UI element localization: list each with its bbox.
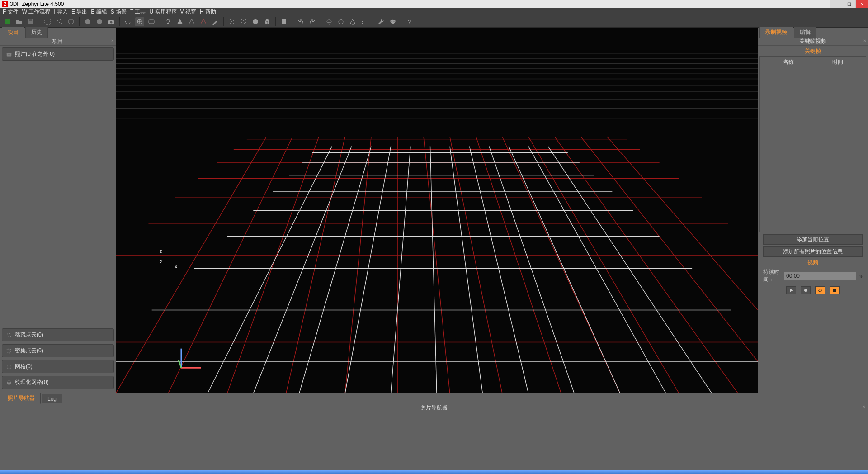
square-icon[interactable] — [279, 17, 288, 26]
duration-label: 持续时间： — [763, 268, 781, 284]
stop-button[interactable] — [830, 286, 840, 294]
svg-point-26 — [339, 19, 343, 24]
project-dense-label: 密集点云(0) — [15, 347, 43, 355]
svg-text:?: ? — [408, 19, 411, 25]
right-panel-title: 关键帧视频 — [799, 38, 826, 45]
svg-point-20 — [245, 19, 246, 20]
project-mesh-row[interactable]: 网格(0) — [2, 360, 114, 373]
app-logo-icon: Z — [2, 1, 8, 7]
stripe-icon[interactable] — [360, 17, 369, 26]
close-button[interactable]: ✕ — [855, 0, 868, 8]
menu-import[interactable]: I 导入 — [54, 8, 68, 16]
svg-rect-0 — [5, 19, 10, 24]
light-icon[interactable] — [164, 17, 173, 26]
poly-sel-icon[interactable] — [348, 17, 357, 26]
svg-point-39 — [10, 349, 11, 350]
record-button[interactable] — [801, 286, 811, 294]
tab-project[interactable]: 项目 — [2, 27, 24, 38]
svg-point-33 — [9, 333, 10, 334]
tri-red-icon[interactable] — [199, 17, 208, 26]
fit-icon[interactable] — [147, 17, 156, 26]
orbit-icon[interactable] — [123, 17, 132, 26]
viewport-3d[interactable]: z x y — [116, 28, 758, 393]
bottom-panel-close-icon[interactable]: × — [863, 404, 865, 409]
tab-history[interactable]: 历史 — [25, 27, 48, 38]
project-photos-label: 照片(0 在之外 0) — [15, 50, 55, 58]
right-panel: 录制视频 编辑 关键帧视频 × 关键帧 名称 时间 添加当前位置 添加所有照片的… — [758, 28, 868, 393]
cube-out-icon[interactable] — [95, 17, 104, 26]
menu-tools[interactable]: T 工具 — [130, 8, 146, 16]
points-a-icon[interactable] — [227, 17, 236, 26]
add-all-photos-pos-button[interactable]: 添加所有照片的位置信息 — [763, 246, 863, 257]
project-dense-row[interactable]: 密集点云(0) — [2, 344, 114, 357]
menu-export[interactable]: E 导出 — [71, 8, 87, 16]
maximize-button[interactable]: ☐ — [843, 0, 855, 8]
cube-wire-icon[interactable] — [66, 17, 75, 26]
new-project-icon[interactable] — [3, 17, 12, 26]
sparse-icon[interactable] — [55, 17, 64, 26]
mesh-small-icon — [6, 364, 12, 370]
bottom-panel: 照片导航器 Log 照片导航器 × — [0, 393, 868, 470]
redo-icon[interactable] — [308, 17, 317, 26]
menu-utilities[interactable]: U 实用程序 — [150, 8, 177, 16]
add-current-pos-button[interactable]: 添加当前位置 — [763, 234, 863, 245]
loop-button[interactable] — [815, 286, 825, 294]
left-panel-close-icon[interactable]: × — [111, 38, 114, 43]
window-titlebar: Z 3DF Zephyr Lite 4.500 — ☐ ✕ — [0, 0, 868, 8]
svg-point-9 — [110, 21, 113, 24]
menu-scene[interactable]: S 场景 — [111, 8, 127, 16]
camera-small-icon — [6, 51, 12, 57]
help-icon[interactable]: ? — [405, 17, 414, 26]
svg-point-43 — [8, 352, 9, 353]
project-textured-row[interactable]: 纹理化网格(0) — [2, 376, 114, 389]
duration-input[interactable] — [784, 272, 856, 280]
tri-wire-icon[interactable] — [187, 17, 196, 26]
wrench-icon[interactable] — [377, 17, 386, 26]
pan-icon[interactable] — [135, 17, 144, 26]
project-photos-row[interactable]: 照片(0 在之外 0) — [2, 47, 114, 61]
window-title: 3DF Zephyr Lite 4.500 — [10, 1, 64, 7]
cube-add-icon[interactable] — [83, 17, 92, 26]
tab-edit-video[interactable]: 编辑 — [794, 27, 816, 38]
tab-record-video[interactable]: 录制视频 — [760, 27, 793, 38]
right-panel-header: 关键帧视频 × — [758, 38, 868, 46]
axis-y-label: y — [160, 258, 162, 263]
col-name: 名称 — [764, 58, 813, 66]
solid-cube-icon[interactable] — [251, 17, 260, 26]
project-sparse-label: 稀疏点云(0) — [15, 331, 43, 339]
svg-point-21 — [241, 22, 242, 23]
minimize-button[interactable]: — — [830, 0, 843, 8]
save-project-icon[interactable] — [26, 17, 35, 26]
brush-icon[interactable] — [211, 17, 220, 26]
project-mesh-label: 网格(0) — [15, 363, 33, 370]
svg-rect-105 — [833, 289, 836, 292]
svg-rect-24 — [282, 19, 286, 24]
points-b-icon[interactable] — [239, 17, 248, 26]
project-sparse-row[interactable]: 稀疏点云(0) — [2, 328, 114, 341]
svg-point-35 — [10, 336, 11, 337]
open-project-icon[interactable] — [14, 17, 24, 26]
play-button[interactable] — [786, 286, 796, 294]
mask-icon[interactable] — [388, 17, 397, 26]
svg-rect-3 — [45, 19, 50, 24]
tex-cube-icon[interactable] — [263, 17, 272, 26]
tab-log[interactable]: Log — [42, 394, 62, 403]
tab-photo-navigator[interactable]: 照片导航器 — [2, 393, 41, 404]
lasso-icon[interactable] — [325, 17, 334, 26]
camera-icon[interactable] — [107, 17, 116, 26]
sparse-small-icon — [6, 332, 12, 338]
menu-edit[interactable]: E 编辑 — [91, 8, 107, 16]
viewport-grid-icon — [116, 28, 758, 393]
axis-x-label: x — [175, 264, 178, 270]
right-panel-close-icon[interactable]: × — [863, 38, 866, 43]
undo-icon[interactable] — [296, 17, 305, 26]
menu-help[interactable]: H 帮助 — [200, 8, 216, 16]
menu-file[interactable]: F 文件 — [3, 8, 19, 16]
duration-stepper-icon[interactable]: ⇅ — [859, 274, 863, 279]
menu-workflow[interactable]: W 工作流程 — [22, 8, 51, 16]
circle-sel-icon[interactable] — [336, 17, 345, 26]
tri-solid-icon[interactable] — [175, 17, 184, 26]
svg-point-12 — [167, 19, 170, 22]
menu-view[interactable]: V 视窗 — [180, 8, 196, 16]
bbox-icon[interactable] — [43, 17, 52, 26]
